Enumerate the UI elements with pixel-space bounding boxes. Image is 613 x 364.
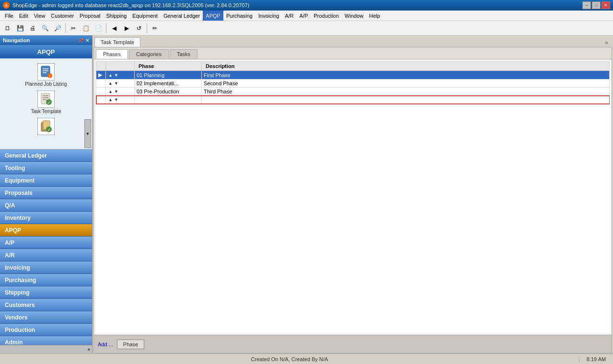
nav-scroll-button[interactable]: ▼: [84, 119, 91, 148]
nav-item-vendors[interactable]: Vendors: [0, 311, 92, 324]
tab-categories[interactable]: Categories: [129, 49, 169, 59]
toolbar-print-btn[interactable]: 🖨: [27, 23, 38, 34]
menu-window[interactable]: Window: [342, 11, 366, 21]
toolbar-sep3: [147, 23, 147, 33]
maximize-button[interactable]: □: [592, 1, 601, 9]
nav-list: General Ledger Tooling Equipment Proposa…: [0, 149, 92, 345]
row-indicator-cell: [96, 80, 106, 88]
table-row[interactable]: ▲ ▼ 02 Implementati... Second Phase: [96, 80, 610, 88]
svg-rect-2: [43, 70, 48, 71]
nav-item-proposals[interactable]: Proposals: [0, 187, 92, 199]
row-arrows-cell: ▲ ▼: [106, 96, 135, 104]
nav-icon-task-template[interactable]: ✓ Task Template: [30, 90, 62, 115]
menu-edit[interactable]: Edit: [16, 11, 31, 21]
nav-item-production[interactable]: Production: [0, 324, 92, 336]
row-indicator-cell: ▶: [96, 71, 106, 80]
table-area: Phase Description ▶ ▲ ▼: [96, 61, 610, 333]
menu-shipping[interactable]: Shipping: [103, 11, 129, 21]
toolbar-back-btn[interactable]: ◀: [108, 23, 120, 34]
toolbar-copy-btn[interactable]: 📋: [80, 23, 92, 34]
task-template-icon: ✓: [37, 91, 55, 108]
nav-item-inventory[interactable]: Inventory: [0, 212, 92, 224]
nav-close-button[interactable]: ✕: [85, 38, 89, 43]
toolbar-paste-btn[interactable]: 📄: [93, 23, 104, 34]
menu-proposal[interactable]: Proposal: [77, 11, 103, 21]
description-cell: Third Phase: [202, 88, 610, 96]
nav-item-equipment[interactable]: Equipment: [0, 174, 92, 187]
menu-production[interactable]: Production: [311, 11, 342, 21]
menu-ar[interactable]: A/R: [282, 11, 296, 21]
description-cell[interactable]: [202, 96, 610, 104]
planned-job-label: Planned Job Listing: [25, 81, 67, 87]
phase-cell[interactable]: [135, 96, 202, 104]
row-down-button[interactable]: ▼: [114, 81, 119, 86]
nav-item-ar[interactable]: A/R: [0, 249, 92, 262]
task-template-label: Task Template: [31, 109, 61, 114]
nav-item-tooling[interactable]: Tooling: [0, 162, 92, 174]
toolbar-cut-btn[interactable]: ✂: [68, 23, 79, 34]
toolbar-sep2: [106, 23, 106, 33]
svg-rect-3: [43, 72, 46, 73]
menu-customer[interactable]: Customer: [48, 11, 77, 21]
menu-file[interactable]: File: [2, 11, 16, 21]
menu-purchasing[interactable]: Purchasing: [223, 11, 255, 21]
phases-table: Phase Description ▶ ▲ ▼: [96, 61, 610, 104]
close-button[interactable]: ✕: [601, 1, 610, 9]
menu-general-ledger[interactable]: General Ledger: [161, 11, 203, 21]
toolbar-save-btn[interactable]: 💾: [14, 23, 26, 34]
row-up-button[interactable]: ▲: [108, 73, 113, 78]
nav-item-qa[interactable]: Q/A: [0, 199, 92, 212]
row-arrows-cell: ▲ ▼: [106, 88, 135, 96]
row-up-button[interactable]: ▲: [108, 97, 113, 102]
add-phase-button[interactable]: Phase: [117, 340, 144, 349]
window-tab-task-template[interactable]: Task Template: [94, 37, 140, 47]
nav-item-invoicing[interactable]: Invoicing: [0, 262, 92, 274]
table-row-new[interactable]: ▲ ▼: [96, 96, 610, 104]
row-up-button[interactable]: ▲: [108, 89, 113, 94]
toolbar-preview-btn[interactable]: 🔍: [39, 23, 51, 34]
menu-help[interactable]: Help: [366, 11, 383, 21]
table-row[interactable]: ▲ ▼ 03 Pre-Production Third Phase: [96, 88, 610, 96]
nav-item-general-ledger[interactable]: General Ledger: [0, 149, 92, 162]
description-cell: First Phase: [202, 71, 610, 80]
menu-equipment[interactable]: Equipment: [129, 11, 161, 21]
content-window: Phases Categories Tasks Phase Descriptio…: [93, 47, 612, 353]
add-link[interactable]: Add ...: [98, 341, 113, 347]
toolbar-edit-btn[interactable]: ✏: [149, 23, 161, 34]
nav-item-purchasing[interactable]: Purchasing: [0, 274, 92, 286]
menu-apqp[interactable]: APQP: [203, 11, 223, 21]
nav-icon-planned-job[interactable]: ! Planned Job Listing: [24, 62, 68, 88]
toolbar-forward-btn[interactable]: ▶: [121, 23, 132, 34]
tab-tasks[interactable]: Tasks: [170, 49, 197, 59]
planned-job-icon: !: [37, 63, 55, 80]
nav-item-apqp[interactable]: APQP: [0, 224, 92, 237]
toolbar-search-btn[interactable]: 🔎: [52, 23, 63, 34]
toolbar-new-btn[interactable]: 🗋: [2, 23, 13, 34]
nav-item-admin[interactable]: Admin: [0, 336, 92, 345]
col-arrows: [106, 62, 135, 71]
nav-icon-extra[interactable]: ✓: [36, 117, 56, 137]
row-down-button[interactable]: ▼: [114, 89, 119, 94]
row-up-button[interactable]: ▲: [108, 81, 113, 86]
toolbar-sep1: [65, 23, 66, 33]
row-down-button[interactable]: ▼: [114, 97, 119, 102]
nav-item-shipping[interactable]: Shipping: [0, 286, 92, 299]
table-row[interactable]: ▶ ▲ ▼ 01 Planning First Phase: [96, 71, 610, 80]
nav-item-customers[interactable]: Customers: [0, 299, 92, 311]
svg-rect-7: [43, 95, 48, 96]
toolbar-refresh-btn[interactable]: ↺: [133, 23, 145, 34]
row-down-button[interactable]: ▼: [114, 73, 119, 78]
menu-ap[interactable]: A/P: [297, 11, 311, 21]
svg-rect-9: [43, 99, 46, 100]
minimize-button[interactable]: –: [582, 1, 591, 9]
window-expand-button[interactable]: »: [602, 38, 611, 47]
nav-pin-button[interactable]: 📌: [78, 38, 83, 43]
menu-view[interactable]: View: [31, 11, 48, 21]
new-phase-input[interactable]: [137, 97, 199, 102]
new-description-input[interactable]: [204, 97, 607, 102]
menu-invoicing[interactable]: Invoicing: [255, 11, 282, 21]
nav-item-ap[interactable]: A/P: [0, 237, 92, 249]
title-bar: S ShopEdge - admin logged into database …: [0, 0, 613, 11]
nav-expand-button[interactable]: »: [0, 345, 92, 353]
tab-phases[interactable]: Phases: [96, 49, 128, 59]
